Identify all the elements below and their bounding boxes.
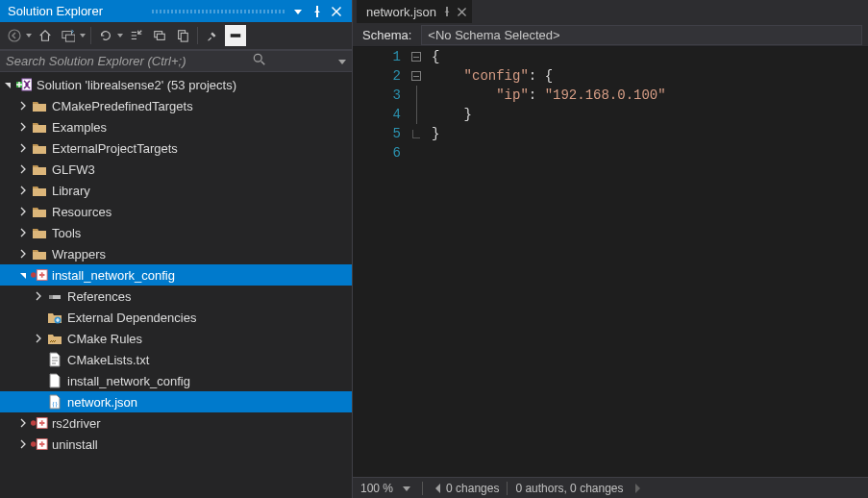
expand-icon[interactable] (31, 288, 46, 304)
changes-count[interactable]: 0 changes (446, 482, 499, 495)
item-label: References (67, 289, 131, 304)
schema-dropdown[interactable]: <No Schema Selected> (421, 25, 862, 45)
folder-resources[interactable]: Resources (0, 201, 352, 222)
editor-area: network.json Schema: <No Schema Selected… (353, 0, 868, 498)
expand-icon[interactable] (15, 119, 31, 135)
item-label: Wrappers (52, 247, 106, 261)
expand-icon[interactable] (31, 373, 46, 388)
tab-close-icon[interactable] (458, 8, 466, 16)
expand-icon[interactable] (15, 415, 31, 431)
editor-tabstrip[interactable]: network.json (353, 0, 868, 23)
search-box[interactable]: Search Solution Explorer (Ctrl+;) (0, 50, 352, 72)
folder-tools[interactable]: Tools (0, 222, 352, 243)
close-icon[interactable] (329, 4, 344, 19)
item-icon (31, 436, 48, 452)
panel-menu-icon[interactable] (290, 4, 306, 19)
expand-icon[interactable] (15, 204, 31, 219)
code-lines[interactable]: { "config": { "ip": "192.168.0.100" } } (424, 47, 868, 477)
refresh-button[interactable] (95, 25, 116, 46)
expand-icon[interactable] (31, 394, 46, 410)
item-label: CMakeLists.txt (67, 353, 149, 367)
sync-active-button[interactable] (58, 25, 79, 46)
item-label: install_network_config (67, 374, 190, 388)
references-node[interactable]: References (0, 286, 352, 307)
expand-icon[interactable] (15, 267, 31, 283)
file-install-network-config[interactable]: install_network_config (0, 370, 352, 391)
project-uninstall[interactable]: uninstall (0, 434, 352, 455)
panel-titlebar[interactable]: Solution Explorer (0, 0, 352, 22)
expand-icon[interactable] (15, 225, 31, 240)
fold-gutter[interactable] (409, 47, 424, 477)
preview-button[interactable] (172, 25, 193, 46)
file-network-json[interactable]: {}network.json (0, 391, 352, 412)
prev-change-icon[interactable] (431, 481, 446, 496)
tab-label: network.json (366, 5, 436, 19)
solution-node[interactable]: Solution 'librealsense2' (53 projects) (0, 74, 352, 95)
line-gutter: 123456 (353, 47, 409, 477)
folder-library[interactable]: Library (0, 180, 352, 201)
item-icon (31, 204, 48, 219)
expand-icon[interactable] (0, 77, 15, 92)
svg-point-19 (31, 441, 36, 446)
next-change-icon[interactable] (630, 481, 645, 496)
tab-pin-icon[interactable] (442, 7, 452, 16)
item-label: CMakePredefinedTargets (52, 99, 193, 113)
expand-icon[interactable] (15, 98, 31, 113)
folder-externalprojecttargets[interactable]: ExternalProjectTargets (0, 137, 352, 159)
properties-button[interactable] (202, 25, 223, 46)
tab-network-json[interactable]: network.json (357, 0, 472, 23)
item-icon (46, 373, 63, 388)
item-icon (31, 415, 48, 431)
item-icon (46, 310, 63, 325)
fold-toggle-icon[interactable] (411, 71, 421, 81)
refresh-dropdown[interactable] (116, 34, 124, 37)
folder-wrappers[interactable]: Wrappers (0, 243, 352, 264)
home-button[interactable] (35, 25, 56, 46)
panel-title-text: Solution Explorer (8, 4, 144, 18)
file-cmakelists[interactable]: CMakeLists.txt (0, 349, 352, 370)
fold-toggle-icon[interactable] (411, 52, 421, 62)
show-all-button[interactable] (149, 25, 170, 46)
svg-rect-4 (157, 34, 164, 39)
item-label: Library (52, 184, 90, 198)
expand-icon[interactable] (15, 246, 31, 261)
item-icon (46, 331, 63, 346)
folder-glfw3[interactable]: GLFW3 (0, 159, 352, 180)
authors-count[interactable]: 0 authors, 0 changes (515, 482, 623, 495)
expand-icon[interactable] (15, 436, 31, 452)
collapse-button[interactable] (126, 25, 147, 46)
sync-dropdown[interactable] (79, 34, 87, 37)
item-label: CMake Rules (67, 332, 142, 346)
back-dropdown[interactable] (25, 34, 33, 37)
external-deps-node[interactable]: External Dependencies (0, 307, 352, 328)
item-icon (31, 267, 48, 283)
project-install-network-config[interactable]: install_network_config (0, 264, 352, 286)
svg-rect-14 (49, 295, 53, 299)
item-icon (15, 77, 33, 92)
expand-icon[interactable] (15, 183, 31, 198)
item-label: rs2driver (52, 416, 101, 431)
expand-icon[interactable] (15, 140, 31, 156)
solution-tree[interactable]: Solution 'librealsense2' (53 projects)CM… (0, 72, 352, 498)
item-icon: {} (46, 394, 63, 410)
zoom-dropdown-icon[interactable] (399, 481, 414, 496)
expand-icon[interactable] (31, 310, 46, 325)
item-label: GLFW3 (52, 162, 95, 177)
item-icon (31, 183, 48, 198)
expand-icon[interactable] (31, 352, 46, 367)
folder-examples[interactable]: Examples (0, 116, 352, 137)
search-icon[interactable] (253, 53, 266, 69)
zoom-level[interactable]: 100 % (360, 482, 393, 495)
item-icon (31, 119, 48, 135)
svg-rect-6 (181, 33, 187, 41)
expand-icon[interactable] (31, 331, 46, 346)
expand-icon[interactable] (15, 162, 31, 177)
code-editor[interactable]: 123456 { "config": { "ip": "192.168.0.10… (353, 47, 868, 477)
pin-icon[interactable] (310, 4, 325, 19)
cmake-rules-node[interactable]: CMake Rules (0, 328, 352, 349)
back-button[interactable] (4, 25, 25, 46)
project-rs2driver[interactable]: rs2driver (0, 412, 352, 434)
folder-cmakepredefinedtargets[interactable]: CMakePredefinedTargets (0, 95, 352, 116)
toggle-view-button[interactable] (225, 25, 246, 46)
search-dropdown-icon[interactable] (338, 54, 346, 68)
